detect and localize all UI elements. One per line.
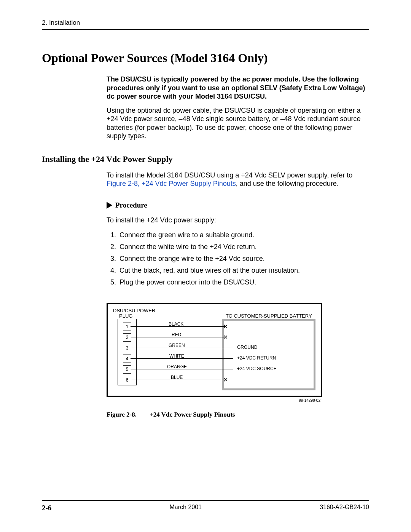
wire-label-5: ORANGE (167, 364, 187, 369)
figure-link[interactable]: Figure 2-8, +24 Vdc Power Supply Pinouts (107, 180, 236, 187)
step-1: Connect the green wire to a suitable gro… (118, 231, 369, 239)
intro-bold-paragraph: The DSU/CSU is typically powered by the … (107, 75, 369, 101)
sub-intro-pre: To install the Model 3164 DSU/CSU using … (107, 171, 352, 179)
procedure-steps: Connect the green wire to a suitable gro… (107, 231, 369, 286)
drawing-number: 99-14298-02 (107, 398, 320, 403)
dest-5: +24 VDC SOURCE (237, 366, 277, 371)
subsection-intro: To install the Model 3164 DSU/CSU using … (107, 171, 369, 188)
plug-title-a: DSU/CSU POWER (113, 308, 155, 313)
subsection-title: Installing the +24 Vdc Power Supply (42, 154, 369, 164)
dest-4: +24 VDC RETURN (237, 356, 276, 361)
battery-box (222, 319, 315, 390)
step-5: Plug the power connector into the DSU/CS… (118, 278, 369, 286)
pin-3: 3 (123, 344, 131, 352)
dest-3: GROUND (237, 345, 257, 350)
pin-6: 6 (123, 376, 131, 384)
footer-doc-id: 3160-A2-GB24-10 (320, 504, 369, 512)
cut-mark-1: ✕ (223, 323, 228, 330)
pin-1: 1 (123, 323, 131, 331)
wire-label-2: RED (172, 332, 181, 337)
step-4: Cut the black, red, and blue wires off a… (118, 267, 369, 275)
procedure-intro: To install the +24 Vdc power supply: (107, 216, 369, 224)
figure-title: +24 Vdc Power Supply Pinouts (150, 411, 235, 418)
wire-label-1: BLACK (169, 322, 183, 327)
intro-block: The DSU/CSU is typically powered by the … (107, 75, 369, 141)
section-title: Optional Power Sources (Model 3164 Only) (42, 51, 369, 65)
triangle-right-icon (107, 202, 112, 209)
page-number: 2-6 (42, 504, 51, 512)
pin-5: 5 (123, 365, 131, 374)
page-footer: 2-6 March 2001 3160-A2-GB24-10 (42, 500, 369, 512)
plug-title-b: PLUG (119, 313, 132, 319)
pin-4: 4 (123, 355, 131, 363)
footer-date: March 2001 (169, 504, 202, 512)
header-rule (42, 29, 369, 30)
wire-label-4: WHITE (169, 354, 184, 359)
intro-body-paragraph: Using the optional dc power cable, the D… (107, 106, 369, 141)
procedure-heading-row: Procedure (107, 201, 369, 209)
figure-number: Figure 2-8. (107, 411, 137, 418)
cut-mark-2: ✕ (223, 334, 228, 341)
pinout-diagram: DSU/CSU POWER PLUG TO CUSTOMER-SUPPLIED … (107, 303, 322, 397)
step-2: Connect the white wire to the +24 Vdc re… (118, 243, 369, 251)
step-3: Connect the orange wire to the +24 Vdc s… (118, 255, 369, 263)
wire-label-3: GREEN (169, 343, 185, 348)
pin-2: 2 (123, 333, 131, 342)
procedure-label: Procedure (115, 201, 147, 209)
sub-intro-post: , and use the following procedure. (236, 180, 339, 187)
figure-caption: Figure 2-8.+24 Vdc Power Supply Pinouts (107, 411, 369, 419)
page: 2. Installation Optional Power Sources (… (0, 0, 411, 532)
cut-mark-6: ✕ (223, 376, 228, 383)
wire-label-6: BLUE (171, 375, 183, 380)
running-header: 2. Installation (42, 19, 369, 27)
figure-wrap: DSU/CSU POWER PLUG TO CUSTOMER-SUPPLIED … (107, 303, 369, 419)
battery-title: TO CUSTOMER-SUPPLIED BATTERY (226, 313, 312, 319)
